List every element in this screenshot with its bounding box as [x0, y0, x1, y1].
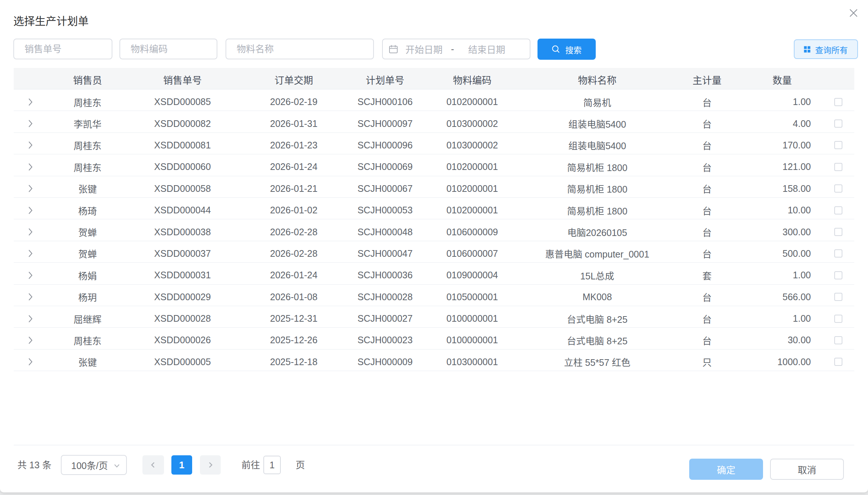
table-cell: 2025-12-26: [237, 328, 351, 349]
table-cell: 贺蝉: [47, 241, 128, 262]
expand-row-button[interactable]: [14, 350, 47, 371]
expand-row-button[interactable]: [14, 263, 47, 284]
table-cell: 台: [670, 89, 744, 111]
row-checkbox[interactable]: [834, 315, 842, 323]
table-row: 李凯华XSDD0000822026-01-31SCJH0000970103000…: [14, 111, 854, 132]
date-start-placeholder[interactable]: 开始日期: [399, 42, 449, 56]
row-checkbox[interactable]: [834, 336, 842, 344]
search-button[interactable]: 搜索: [537, 39, 596, 60]
page-size-select[interactable]: 100条/页: [61, 455, 127, 475]
cancel-button[interactable]: 取消: [770, 459, 844, 480]
sales-order-no-input[interactable]: [13, 39, 112, 59]
table-cell: 台: [670, 285, 744, 306]
table-cell: 台式电脑 8+25: [525, 328, 670, 349]
table-cell: XSDD000044: [128, 198, 237, 219]
expand-row-button[interactable]: [14, 89, 47, 111]
row-checkbox[interactable]: [834, 141, 842, 149]
table-row: 贺蝉XSDD0000382026-02-28SCJH00004801060000…: [14, 219, 854, 241]
table-cell: 周桂东: [47, 133, 128, 154]
table-cell: XSDD000060: [128, 154, 237, 176]
table-cell: XSDD000028: [128, 306, 237, 327]
expand-row-button[interactable]: [14, 328, 47, 349]
material-name-input[interactable]: [226, 39, 374, 59]
table-cell: 4.00: [744, 111, 820, 132]
row-select-cell: [820, 350, 854, 371]
expand-row-button[interactable]: [14, 176, 47, 197]
row-select-cell: [820, 198, 854, 219]
table-header-select: [820, 68, 854, 89]
close-icon: [849, 9, 858, 18]
table-cell: SCJH000106: [351, 89, 420, 111]
expand-row-button[interactable]: [14, 133, 47, 154]
expand-row-button[interactable]: [14, 285, 47, 306]
table-cell: XSDD000085: [128, 89, 237, 111]
table-cell: 简易机柜 1800: [525, 154, 670, 176]
row-checkbox[interactable]: [834, 184, 842, 193]
table-cell: 立柱 55*57 红色: [525, 350, 670, 371]
table-cell: SCJH000023: [351, 328, 420, 349]
table-cell: 台: [670, 154, 744, 176]
table-cell: 500.00: [744, 241, 820, 262]
row-checkbox[interactable]: [834, 119, 842, 128]
expand-row-button[interactable]: [14, 241, 47, 262]
table-cell: 台: [670, 111, 744, 132]
table-cell: 0106000009: [420, 219, 525, 240]
chevron-right-icon: [206, 461, 214, 469]
table-cell: 只: [670, 350, 744, 371]
row-select-cell: [820, 133, 854, 154]
expand-row-button[interactable]: [14, 154, 47, 176]
close-button[interactable]: [849, 9, 858, 17]
next-page-button[interactable]: [200, 455, 221, 475]
row-select-cell: [820, 111, 854, 132]
page-1-button[interactable]: 1: [171, 455, 192, 475]
table-cell: 2026-01-24: [237, 263, 351, 284]
table-cell: 台: [670, 198, 744, 219]
table-cell: XSDD000029: [128, 285, 237, 306]
table-cell: 0103000001: [420, 350, 525, 371]
row-checkbox[interactable]: [834, 206, 842, 214]
table-cell: 2026-02-19: [237, 89, 351, 111]
expand-row-button[interactable]: [14, 111, 47, 132]
query-all-button[interactable]: 查询所有: [794, 39, 858, 59]
table-cell: 2026-01-08: [237, 285, 351, 306]
row-checkbox[interactable]: [834, 228, 842, 236]
row-checkbox[interactable]: [834, 358, 842, 366]
table-cell: 2025-12-18: [237, 350, 351, 371]
row-checkbox[interactable]: [834, 293, 842, 301]
material-code-input[interactable]: [119, 39, 217, 59]
row-select-cell: [820, 328, 854, 349]
prev-page-button[interactable]: [142, 455, 164, 475]
table-header-2: 销售单号: [128, 68, 237, 89]
confirm-button[interactable]: 确定: [689, 459, 763, 480]
table-cell: XSDD000026: [128, 328, 237, 349]
table-cell: 周桂东: [47, 89, 128, 111]
table-cell: 组装电脑5400: [525, 111, 670, 132]
expand-row-button[interactable]: [14, 306, 47, 327]
table-cell: 简易机柜 1800: [525, 176, 670, 197]
table-cell: 1.00: [744, 306, 820, 327]
expand-row-button[interactable]: [14, 219, 47, 240]
table-cell: SCJH000048: [351, 219, 420, 240]
table-cell: 贺蝉: [47, 219, 128, 240]
dialog-title: 选择生产计划单: [13, 15, 89, 28]
table-cell: 李凯华: [47, 111, 128, 132]
date-range-picker[interactable]: 开始日期 - 结束日期: [382, 39, 530, 59]
table-cell: 杨玥: [47, 285, 128, 306]
goto-page-input[interactable]: [263, 456, 281, 474]
table-cell: 2026-01-31: [237, 111, 351, 132]
row-checkbox[interactable]: [834, 163, 842, 171]
table-cell: XSDD000081: [128, 133, 237, 154]
query-all-label: 查询所有: [815, 43, 848, 55]
row-checkbox[interactable]: [834, 98, 842, 106]
chevron-right-icon: [27, 163, 34, 171]
expand-row-button[interactable]: [14, 198, 47, 219]
date-end-placeholder[interactable]: 结束日期: [456, 42, 517, 56]
chevron-right-icon: [27, 357, 34, 366]
table-row: 杨娟XSDD0000312026-01-24SCJH00003601090000…: [14, 263, 854, 284]
table-cell: 10.00: [744, 198, 820, 219]
table-cell: 惠普电脑 computer_0001: [525, 241, 670, 262]
table-cell: 0102000001: [420, 198, 525, 219]
table-cell: XSDD000005: [128, 350, 237, 371]
row-checkbox[interactable]: [834, 249, 842, 258]
row-checkbox[interactable]: [834, 271, 842, 279]
